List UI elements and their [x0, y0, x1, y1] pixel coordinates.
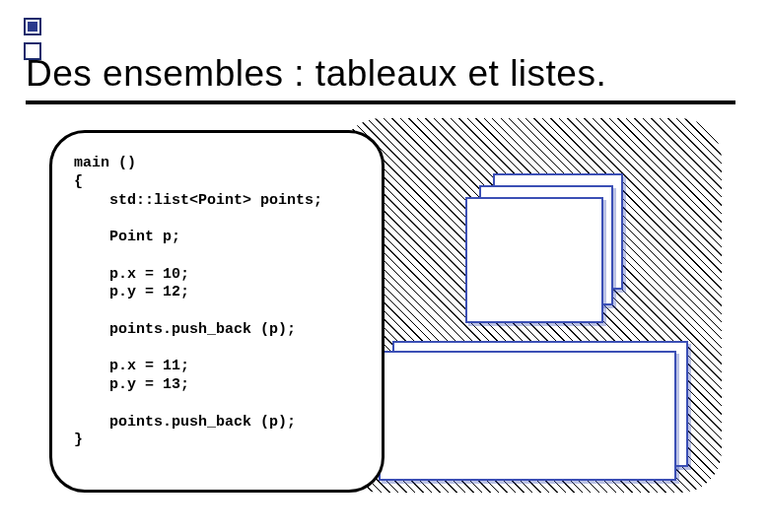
code-line: p.x = 10;	[74, 266, 189, 283]
bullet-square-1	[24, 18, 41, 35]
code-line: points.push_back (p);	[74, 414, 296, 431]
code-line: p.x = 11;	[74, 358, 189, 374]
code-line: }	[74, 432, 83, 448]
code-line: main ()	[74, 155, 136, 171]
code-line: {	[74, 173, 83, 190]
code-content: main () { std::list<Point> points; Point…	[74, 155, 372, 450]
stack-item	[465, 197, 603, 323]
bullet-fill-1	[28, 22, 37, 32]
code-line: Point p;	[74, 229, 180, 245]
title-underline	[26, 100, 735, 104]
slide-title: Des ensembles : tableaux et listes.	[26, 53, 606, 95]
code-line: std::list<Point> points;	[74, 192, 322, 209]
code-line: p.y = 12;	[74, 284, 189, 300]
code-line: points.push_back (p);	[74, 321, 296, 338]
code-line: p.y = 13;	[74, 376, 189, 393]
code-box: main () { std::list<Point> points; Point…	[49, 130, 384, 493]
stack-item	[379, 351, 676, 481]
